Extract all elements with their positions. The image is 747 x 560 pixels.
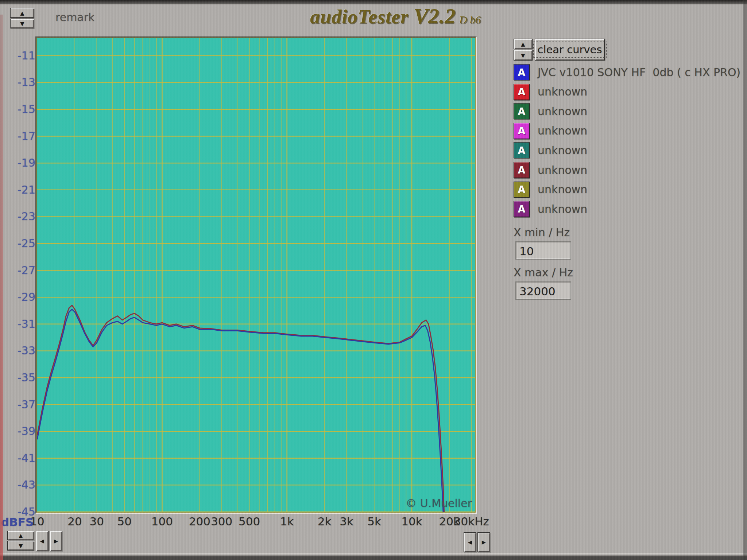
x-tick-label: 100 — [151, 515, 173, 528]
up-arrow-icon: ▲ — [521, 42, 525, 47]
y-tick-label: -29 — [9, 291, 35, 303]
legend-color-box[interactable]: A — [514, 162, 530, 178]
legend-label: unknown — [538, 105, 587, 118]
legend-label: JVC v1010 SONY HF 0db ( c HX PRO) — [538, 66, 740, 79]
xmin-label: X min / Hz — [514, 226, 570, 239]
clear-curves-button[interactable]: clear curves — [535, 39, 605, 61]
remark-spinner-up-button[interactable]: ▲ — [10, 8, 34, 18]
x-tick-label: 5k — [367, 515, 381, 528]
photo-right-edge — [743, 0, 747, 560]
y-tick-label: -27 — [9, 264, 35, 277]
up-arrow-icon: ▲ — [20, 11, 24, 16]
y-axis-unit-label: dBFS — [1, 516, 34, 529]
legend-color-box[interactable]: A — [514, 64, 530, 80]
x-tick-label: 2k — [318, 515, 332, 528]
frequency-response-plot — [37, 38, 475, 512]
x-tick-label: 1k — [280, 515, 294, 528]
y-tick-label: -25 — [9, 237, 35, 250]
legend-color-box[interactable]: A — [514, 201, 530, 217]
scroll-right-button-right-side[interactable]: ▶ — [477, 532, 490, 552]
legend-label: unknown — [538, 124, 587, 137]
up-arrow-icon: ▲ — [19, 533, 23, 538]
photo-bottom-band — [0, 553, 747, 560]
y-tick-label: -35 — [9, 371, 35, 384]
y-tick-label: -17 — [9, 130, 35, 143]
legend-row[interactable]: AJVC v1010 SONY HF 0db ( c HX PRO) — [514, 64, 740, 80]
legend-spinner-down-button[interactable]: ▼ — [514, 50, 533, 61]
y-tick-label: -15 — [9, 103, 35, 116]
curve-jvc-v1010-sony-hf-0db-c-hx-pro- — [37, 309, 444, 512]
down-arrow-icon: ▼ — [20, 21, 24, 26]
app-title-main: audioTester — [310, 6, 409, 28]
legend-label: unknown — [538, 164, 587, 176]
x-tick-label: 3k — [340, 515, 353, 528]
y-tick-label: -23 — [9, 210, 35, 223]
legend-label: unknown — [538, 144, 587, 157]
chart-frame: © U.Mueller — [35, 36, 477, 514]
x-tick-label: 50 — [117, 515, 132, 528]
right-arrow-icon: ▶ — [482, 540, 486, 545]
y-tick-label: -19 — [9, 156, 35, 169]
legend-color-box[interactable]: A — [514, 84, 530, 100]
y-tick-label: -33 — [9, 344, 35, 357]
scroll-left-button-right-side[interactable]: ◀ — [464, 532, 476, 552]
app-title-version: V2.2 — [414, 4, 456, 28]
xmin-field[interactable] — [515, 241, 571, 260]
left-arrow-icon: ◀ — [468, 540, 472, 545]
app-title: audioTesterV2.2D b6 — [310, 4, 481, 29]
y-tick-label: -41 — [9, 452, 35, 464]
legend-row[interactable]: Aunknown — [514, 103, 587, 119]
plot-area: © U.Mueller — [37, 38, 475, 512]
x-tick-label: 30 — [90, 515, 104, 528]
legend-row[interactable]: Aunknown — [514, 162, 587, 178]
remark-spinner-down-button[interactable]: ▼ — [10, 19, 34, 28]
x-tick-label: 200 — [189, 515, 210, 528]
curve-unknown — [37, 305, 445, 512]
y-tick-label: -21 — [9, 183, 35, 196]
xmin-input[interactable] — [516, 242, 570, 259]
legend-color-box[interactable]: A — [514, 123, 530, 139]
x-tick-label: 500 — [239, 515, 260, 528]
legend-label: unknown — [538, 203, 587, 215]
xmax-field[interactable] — [515, 281, 571, 300]
right-arrow-icon: ▶ — [54, 538, 58, 544]
horizontal-grid-lines — [37, 56, 475, 512]
photo-left-bezel — [0, 15, 3, 560]
y-tick-label: -43 — [9, 478, 35, 491]
app-title-suffix: D b6 — [459, 13, 481, 26]
legend-row[interactable]: Aunknown — [514, 123, 587, 139]
photo-top-edge — [0, 0, 747, 4]
x-tick-label: 30kHz — [454, 515, 489, 528]
legend-color-box[interactable]: A — [514, 103, 530, 119]
y-tick-label: -31 — [9, 318, 35, 330]
left-arrow-icon: ◀ — [40, 538, 44, 544]
down-arrow-icon: ▼ — [521, 53, 525, 58]
legend-spinner-up-button[interactable]: ▲ — [514, 39, 533, 49]
legend-row[interactable]: Aunknown — [514, 201, 587, 217]
legend-row[interactable]: Aunknown — [514, 182, 587, 198]
x-tick-label: 10k — [401, 515, 422, 528]
curve-series-layer — [37, 305, 445, 512]
xmax-input[interactable] — [516, 282, 570, 299]
legend-color-box[interactable]: A — [514, 142, 530, 158]
bottom-left-spinner-down-button[interactable]: ▼ — [7, 541, 34, 551]
legend-color-box[interactable]: A — [514, 182, 530, 198]
clear-curves-button-label: clear curves — [533, 42, 606, 58]
remark-label: remark — [55, 11, 94, 24]
scroll-left-button[interactable]: ◀ — [36, 531, 49, 551]
legend-row[interactable]: Aunknown — [514, 84, 587, 100]
y-tick-label: -13 — [9, 76, 35, 89]
x-tick-label: 20 — [67, 515, 82, 528]
y-tick-label: -37 — [9, 398, 35, 411]
legend-row[interactable]: Aunknown — [514, 142, 587, 158]
y-tick-label: -11 — [9, 49, 35, 62]
x-tick-label: 300 — [211, 515, 232, 528]
xmax-label: X max / Hz — [514, 266, 573, 279]
scroll-right-button[interactable]: ▶ — [50, 531, 62, 551]
bottom-left-spinner-up-button[interactable]: ▲ — [7, 531, 34, 540]
copyright-watermark: © U.Mueller — [406, 497, 472, 510]
legend-label: unknown — [538, 85, 587, 98]
down-arrow-icon: ▼ — [19, 543, 23, 548]
y-tick-label: -39 — [9, 425, 35, 438]
legend-label: unknown — [538, 183, 587, 196]
